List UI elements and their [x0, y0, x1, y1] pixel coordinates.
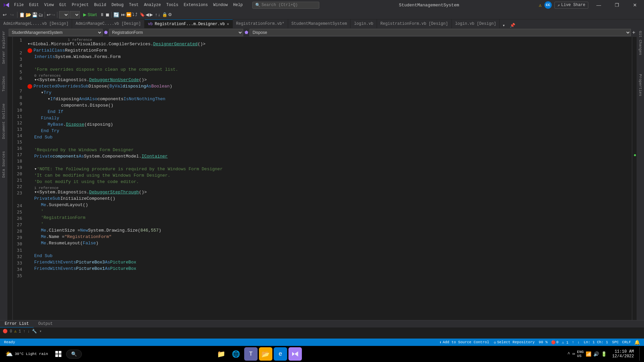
git-changes-label[interactable]: Git Changes	[637, 28, 644, 58]
right-side-panel: Git Changes Properties	[637, 28, 644, 320]
taskbar-app-teams[interactable]: T	[244, 347, 258, 361]
code-line: End If	[25, 109, 632, 115]
search-icon-taskbar: 🔍	[71, 351, 77, 357]
member-dropdown[interactable]: Dispose	[250, 29, 631, 36]
server-explorer-label[interactable]: Server Explorer	[0, 28, 7, 67]
code-line: Me.SuspendLayout()	[25, 202, 632, 208]
nav-up-icon[interactable]: ↑	[23, 329, 25, 334]
taskbar-search[interactable]: 🔍	[66, 350, 82, 359]
taskbar-app-vs[interactable]	[288, 347, 302, 361]
taskbar-app-browser[interactable]: e	[274, 347, 287, 361]
menu-help[interactable]: Help	[230, 2, 246, 8]
undo-btn[interactable]: ↩	[47, 12, 51, 17]
nav-down-status[interactable]: ↓	[576, 340, 581, 344]
project-dropdown[interactable]: StudentManagementSystem	[9, 29, 103, 36]
minimize-btn[interactable]: —	[591, 0, 606, 10]
line-ref-1: 1 reference	[25, 37, 632, 41]
stop-btn[interactable]: ⏹	[105, 12, 110, 17]
taskbar-app-explorer[interactable]: 📁	[215, 347, 228, 361]
tab-pin[interactable]: 📌	[508, 23, 517, 28]
close-btn[interactable]: ✕	[627, 0, 643, 10]
error-list-tab[interactable]: Error List	[0, 320, 34, 327]
code-content[interactable]: 1 reference ▾ <Global.Microsoft.VisualBa…	[25, 37, 632, 320]
redo-btn[interactable]: ↪	[51, 12, 55, 17]
save-all-btn[interactable]: 🗂	[38, 12, 43, 17]
show-desktop-btn[interactable]	[639, 347, 641, 361]
menu-project[interactable]: Project	[69, 2, 91, 8]
document-outline-label[interactable]: Document Outline	[0, 101, 7, 142]
filter-icon[interactable]: 🔧 ▾	[32, 329, 42, 334]
class-dropdown[interactable]: RegistrationForm	[109, 29, 243, 36]
add-source-control-btn[interactable]: ⬆ Add to Source Control	[437, 340, 491, 345]
nav-down-icon[interactable]: ↓	[28, 329, 30, 334]
bookmark-btn[interactable]: 🔖	[140, 12, 145, 17]
settings-btn[interactable]: ⚙	[168, 12, 172, 17]
menu-window[interactable]: Window	[211, 2, 230, 8]
nav-arrows-status[interactable]: ↑	[571, 340, 576, 344]
back-btn[interactable]: ↩	[1, 11, 8, 18]
tab-overflow[interactable]: ▾	[500, 23, 508, 28]
nav-next-btn[interactable]: ▶	[150, 12, 153, 17]
warning-count-status[interactable]: ⚠ 1	[560, 340, 570, 345]
toolbar-extra2[interactable]: ⏩	[126, 12, 131, 17]
taskbar-app-files[interactable]: 📂	[259, 347, 272, 361]
new-project-btn[interactable]: 📋	[19, 12, 25, 17]
search-box[interactable]: 🔍 Search (Ctrl+Q)	[252, 2, 319, 9]
tab-active[interactable]: vb RegistrationF...m.Designer.vb ✕	[145, 19, 233, 28]
start-btn[interactable]: ▶ Start	[80, 11, 99, 18]
select-repository-btn[interactable]: ◇ Select Repository	[492, 340, 537, 345]
properties-label[interactable]: Properties	[637, 71, 644, 99]
close-tab-icon[interactable]: ✕	[227, 22, 229, 26]
forward-btn[interactable]: ↪	[9, 11, 15, 18]
menu-edit[interactable]: Edit	[26, 2, 42, 8]
battery-icon[interactable]: 🔋	[601, 351, 607, 357]
pause-btn[interactable]: ⏸	[100, 12, 104, 17]
restart-btn[interactable]: 🔄	[113, 12, 119, 17]
menu-git[interactable]: Git	[56, 2, 69, 8]
notification-bell[interactable]: 🔔	[633, 340, 641, 345]
start-btn[interactable]	[51, 350, 66, 358]
nav-prev-btn[interactable]: ◀	[146, 12, 149, 17]
user-avatar[interactable]: CC	[544, 1, 552, 9]
nav-up-btn[interactable]: ↑	[155, 12, 157, 17]
tab-sms[interactable]: StudentManagementSystem	[288, 19, 351, 28]
tab-adminc[interactable]: AdminManageC....vb [Design]	[72, 19, 144, 28]
save-btn[interactable]: 💾	[32, 12, 38, 17]
menu-analyze[interactable]: Analyze	[141, 2, 163, 8]
toolbar-extra1[interactable]: ⏭	[121, 12, 125, 17]
volume-icon[interactable]: 🔊	[593, 351, 599, 357]
menu-build[interactable]: Build	[91, 2, 109, 8]
data-sources-label[interactable]: Data Sources	[0, 148, 7, 180]
lock-btn[interactable]: 🔒	[162, 12, 167, 17]
tab-regform[interactable]: RegistrationForm.vb*	[233, 19, 288, 28]
tab-logindesign[interactable]: login.vb [Design]	[452, 19, 500, 28]
menu-extensions[interactable]: Extensions	[181, 2, 211, 8]
output-tab[interactable]: Output	[34, 320, 57, 327]
menu-file[interactable]: File	[11, 2, 26, 8]
nav-down-btn[interactable]: ↓	[158, 12, 160, 17]
code-editor[interactable]: 1 2 3 4 5 6 7 8 9 10 11 12 13 14 15 16 1…	[7, 37, 637, 320]
keyboard-icon[interactable]: ⌨	[572, 351, 575, 357]
add-member-btn[interactable]: +	[632, 29, 635, 36]
taskbar-clock[interactable]: 11:10 AM 12/4/2022	[609, 349, 637, 359]
taskbar-app-edge[interactable]: 🌐	[229, 347, 243, 361]
toolbar-extra4[interactable]: ⤴	[135, 12, 138, 17]
wifi-icon[interactable]: 📶	[586, 351, 591, 357]
open-btn[interactable]: 📂	[25, 12, 31, 17]
chevron-icon[interactable]: ^	[568, 351, 570, 357]
live-share-btn[interactable]: ↗ Live Share	[554, 2, 588, 9]
error-count-status[interactable]: 🔴0	[550, 340, 560, 345]
menu-tools[interactable]: Tools	[164, 2, 181, 8]
menu-test[interactable]: Test	[126, 2, 142, 8]
menu-view[interactable]: View	[42, 2, 57, 8]
toolbox-label[interactable]: Toolbox	[0, 73, 7, 94]
tab-adminl[interactable]: AdminManageL....vb [Design]	[0, 19, 72, 28]
toolbar-extra3[interactable]: ⤵	[132, 12, 135, 17]
tab-login[interactable]: login.vb	[351, 19, 377, 28]
platform-dropdown[interactable]: Any CPU	[70, 11, 80, 18]
maximize-btn[interactable]: ❐	[609, 0, 625, 10]
tab-regdesign[interactable]: RegistrationForm.vb [Design]	[377, 19, 452, 28]
menu-debug[interactable]: Debug	[109, 2, 126, 8]
debug-mode-dropdown[interactable]: Debug	[59, 11, 69, 18]
warning-icon: ⚠	[539, 2, 541, 8]
